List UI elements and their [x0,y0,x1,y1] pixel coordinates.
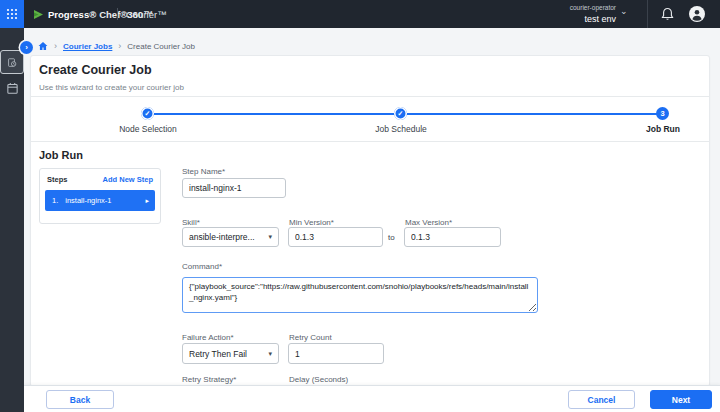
step-name-label: Step Name* [182,167,225,176]
home-icon[interactable] [38,41,48,51]
retry-count-input[interactable] [288,343,384,364]
skill-select[interactable]: ansible-interpre... ▾ [182,227,279,247]
check-icon: ✓ [398,110,404,117]
skill-label: Skill* [182,218,200,227]
job-schedule-icon [7,56,17,69]
retry-strategy-label: Retry Strategy* [182,375,236,384]
progress-logo-icon [33,9,44,20]
max-version-label: Max Version* [405,218,452,227]
user-environment-menu[interactable]: courier-operator test env [570,3,616,24]
stepper-label-node-selection: Node Selection [88,124,208,134]
wizard-card: Create Courier Job Use this wizard to cr… [30,55,710,387]
divider [31,141,709,142]
breadcrumb-separator: › [118,41,121,51]
page-title: Create Courier Job [39,63,152,77]
page-subtitle: Use this wizard to create your courier j… [39,83,184,92]
chevron-down-icon: ▾ [268,350,272,358]
breadcrumb: › Courier Jobs › Create Courier Job [38,40,195,52]
user-avatar-icon [689,6,705,22]
cancel-button[interactable]: Cancel [568,390,635,409]
add-new-step-button[interactable]: Add New Step [103,175,153,184]
chevron-right-icon: ▸ [145,197,149,205]
delay-label: Delay (Seconds) [289,375,348,384]
header-divider [117,8,118,20]
breadcrumb-separator: › [54,41,57,51]
step-number-badge: 3 [660,110,664,118]
version-range-join-label: to [388,233,395,242]
min-version-label: Min Version* [289,218,334,227]
steps-panel: Steps Add New Step 1. install-nginx-1 ▸ [39,168,161,224]
command-textarea[interactable]: {"playbook_source":"https://raw.githubus… [182,277,538,313]
section-title-job-run: Job Run [39,149,83,161]
max-version-input[interactable] [404,227,501,247]
check-icon: ✓ [145,110,151,117]
failure-action-value: Retry Then Fail [189,349,247,359]
grid-icon [6,8,18,20]
user-role-label: courier-operator [570,3,616,13]
product-name: Courier™ [126,0,167,28]
stepper-step-job-schedule[interactable]: ✓ [394,107,407,120]
stepper-label-job-schedule: Job Schedule [341,124,461,134]
steps-panel-title: Steps [47,175,67,184]
app-launcher-button[interactable] [0,0,24,28]
wizard-footer: Back Cancel Next [24,385,720,412]
breadcrumb-current: Create Courier Job [127,42,195,51]
account-button[interactable] [689,6,705,22]
bell-icon [661,7,674,21]
command-label: Command* [182,262,222,271]
calendar-icon [6,82,19,95]
brand-progress-label: Progress® [48,9,96,20]
chevron-down-icon[interactable]: ⌄ [620,6,628,16]
step-list-item-selected[interactable]: 1. install-nginx-1 ▸ [45,190,155,211]
header-vertical-divider [647,0,648,28]
step-item-name: install-nginx-1 [65,196,111,205]
sidebar-item-calendar[interactable] [0,76,24,100]
min-version-input[interactable] [288,227,383,247]
skill-select-value: ansible-interpre... [189,232,255,242]
stepper-label-job-run: Job Run [603,124,720,134]
retry-count-label: Retry Count [289,333,332,342]
failure-action-label: Failure Action* [182,333,234,342]
stepper-step-job-run[interactable]: 3 [656,107,669,120]
next-button[interactable]: Next [650,390,712,409]
chevron-right-icon: › [25,43,28,52]
failure-action-select[interactable]: Retry Then Fail ▾ [182,343,279,364]
app-header: Progress® Chef®360™ Courier™ courier-ope… [0,0,720,28]
chevron-down-icon: ▾ [268,233,272,241]
stepper-step-node-selection[interactable]: ✓ [141,107,154,120]
breadcrumb-link-courier-jobs[interactable]: Courier Jobs [63,42,112,51]
sidebar-expand-button[interactable]: › [20,41,33,54]
divider [31,96,709,97]
step-name-input[interactable] [182,178,286,198]
left-sidebar [0,28,24,412]
back-button[interactable]: Back [46,390,114,409]
notifications-button[interactable] [661,7,674,25]
sidebar-item-jobs[interactable] [0,50,24,74]
user-env-label: test env [570,14,616,24]
step-item-index: 1. [52,196,58,205]
